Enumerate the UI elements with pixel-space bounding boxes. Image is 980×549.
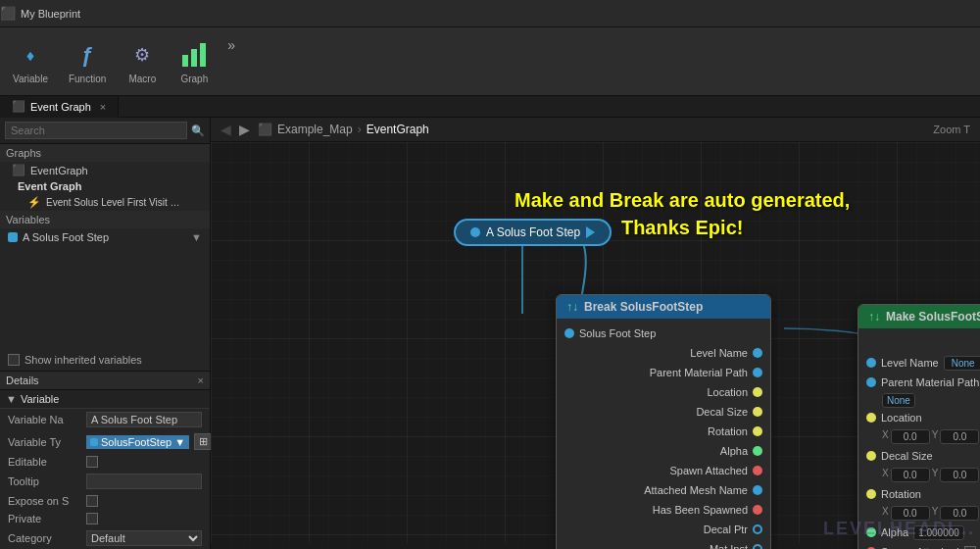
category-label: Category: [8, 532, 81, 544]
expose-checkbox[interactable]: [86, 495, 98, 507]
tab-blueprint-icon: ⬛: [12, 100, 25, 113]
break-out-levelname: Level Name: [557, 343, 770, 363]
make-in-rotation: Rotation: [858, 484, 980, 504]
break-out-spawned: Has Been Spawned: [557, 500, 770, 520]
break-node[interactable]: ↑↓ Break SolusFootStep Solus Foot Step L…: [556, 294, 771, 549]
break-out-spawn-dot: [753, 466, 762, 475]
tree-event-graph-section[interactable]: Event Graph: [0, 178, 210, 194]
show-inherited-checkbox[interactable]: [8, 354, 20, 366]
breadcrumb-graph[interactable]: EventGraph: [367, 123, 429, 136]
break-out-spawn-label: Spawn Attached: [669, 465, 748, 476]
make-in-levelname: Level Name None: [858, 353, 980, 373]
tooltip-input[interactable]: [86, 474, 202, 489]
details-row-varname: Variable Na: [0, 409, 210, 430]
breadcrumb-map[interactable]: Example_Map: [277, 123, 353, 136]
make-node-header: ↑↓ Make SolusFootStep: [858, 305, 980, 328]
toolbar-expand[interactable]: »: [222, 32, 240, 58]
toolbar: ⬧ Variable ƒ Function ⚙ Macro Graph »: [0, 27, 980, 96]
break-out-parentmat: Parent Material Path: [557, 363, 770, 382]
tree-event-graph-root[interactable]: ⬛ EventGraph: [0, 162, 210, 178]
graph-canvas[interactable]: Make and Break are auto generated, Thank…: [211, 142, 980, 544]
window-title: My Blueprint: [16, 8, 85, 20]
tool-variable[interactable]: ⬧ Variable: [5, 34, 56, 89]
watermark: LEVELHEADI...: [823, 519, 975, 539]
details-close-icon[interactable]: ×: [198, 374, 204, 386]
make-in-parentmat-dot: [866, 377, 876, 387]
left-panel: 🔍 Graphs ⬛ EventGraph Event Graph ⚡ Even…: [0, 118, 211, 549]
make-node-body: Solus Foot Step Level Name None Parent M…: [858, 328, 980, 549]
variable-item[interactable]: A Solus Foot Step ▼: [0, 228, 210, 246]
varname-input[interactable]: [86, 412, 202, 427]
make-node[interactable]: ↑↓ Make SolusFootStep Solus Foot Step Le…: [858, 304, 980, 549]
break-out-decalptr-dot: [753, 524, 762, 534]
break-out-alpha-dot: [753, 446, 762, 456]
break-out-matinst-dot: [753, 544, 762, 549]
break-out-mesh: Attached Mesh Name: [557, 480, 770, 500]
vartype-select[interactable]: SolusFootStep ▼: [86, 435, 189, 449]
category-select[interactable]: Default: [86, 530, 202, 546]
private-checkbox[interactable]: [86, 513, 98, 524]
details-title: Details: [6, 374, 39, 386]
dx-label: X: [882, 468, 889, 482]
make-in-rotation-label: Rotation: [881, 488, 921, 500]
make-in-levelname-dot: [866, 358, 876, 368]
variable-label: A Solus Foot Step: [23, 231, 109, 243]
search-input[interactable]: [5, 122, 187, 139]
dy-label: Y: [932, 468, 939, 482]
breadcrumb-sep: ›: [358, 123, 362, 136]
break-out-location-label: Location: [707, 386, 748, 398]
break-out-mesh-label: Attached Mesh Name: [644, 484, 748, 496]
graph-nav: ◀ ▶ ⬛ Example_Map › EventGraph Zoom T: [211, 118, 980, 142]
graph-icon: [178, 39, 210, 71]
graphs-section-header: Graphs: [0, 144, 210, 162]
make-in-decalsize-dot: [866, 451, 876, 461]
tab-label: Event Graph: [30, 101, 91, 113]
break-node-body: Solus Foot Step Level Name Parent Materi…: [557, 319, 770, 549]
vartype-arrow[interactable]: ▼: [174, 436, 185, 448]
solo-pin-node[interactable]: A Solus Foot Step: [454, 219, 612, 246]
loc-y: 0.0: [940, 429, 979, 444]
blueprint-icon: ⬛: [0, 6, 16, 21]
tree-event-graph-label: EventGraph: [30, 165, 88, 176]
tab-bar: ⬛ Event Graph ×: [0, 96, 980, 118]
tool-function-label: Function: [69, 74, 106, 84]
function-icon: ƒ: [72, 39, 103, 71]
editable-label: Editable: [8, 456, 81, 468]
make-in-parentmat-label: Parent Material Path: [881, 376, 979, 388]
nav-forward-arrow[interactable]: ▶: [239, 122, 250, 137]
vartype-value: SolusFootStep: [101, 436, 172, 448]
vartype-label: Variable Ty: [8, 436, 81, 448]
tool-graph[interactable]: Graph: [171, 34, 218, 89]
details-row-tooltip: Tooltip: [0, 471, 210, 492]
break-in-label: Solus Foot Step: [579, 327, 656, 339]
tab-close-icon[interactable]: ×: [100, 101, 106, 113]
make-in-location: Location: [858, 408, 980, 427]
make-in-levelname-label: Level Name: [881, 357, 939, 369]
nav-back-arrow[interactable]: ◀: [220, 122, 231, 137]
break-node-header: ↑↓ Break SolusFootStep: [557, 295, 770, 319]
variable-dot: [8, 232, 18, 242]
dec-x: 0.0: [891, 468, 930, 482]
break-out-matinst: Mat Inst: [557, 539, 770, 549]
event-icon: ⚡: [27, 196, 41, 209]
editable-checkbox[interactable]: [86, 456, 98, 468]
varname-label: Variable Na: [8, 414, 81, 425]
details-row-category: Category Default: [0, 527, 210, 549]
make-in-decalsize: Decal Size: [858, 446, 980, 466]
svg-rect-2: [200, 43, 206, 67]
tool-function[interactable]: ƒ Function: [61, 34, 114, 89]
break-out-decalsize-dot: [753, 407, 762, 417]
tab-event-graph[interactable]: ⬛ Event Graph ×: [0, 96, 119, 118]
break-input-solus: Solus Foot Step: [557, 324, 770, 343]
private-label: Private: [8, 513, 81, 524]
event-graph-icon: ⬛: [12, 164, 25, 176]
break-out-rotation: Rotation: [557, 422, 770, 441]
break-out-levelname-dot: [753, 348, 762, 358]
break-node-title: Break SolusFootStep: [584, 300, 703, 314]
make-in-spawn: Spawn Attached: [858, 542, 980, 549]
tool-macro[interactable]: ⚙ Macro: [119, 34, 166, 89]
tree-event-item[interactable]: ⚡ Event Solus Level First Visit by Playe: [0, 194, 210, 211]
variable-dropdown-icon[interactable]: ▼: [191, 231, 202, 243]
center-panel: ◀ ▶ ⬛ Example_Map › EventGraph Zoom T Ma…: [211, 118, 980, 549]
break-node-icon: ↑↓: [566, 300, 578, 314]
